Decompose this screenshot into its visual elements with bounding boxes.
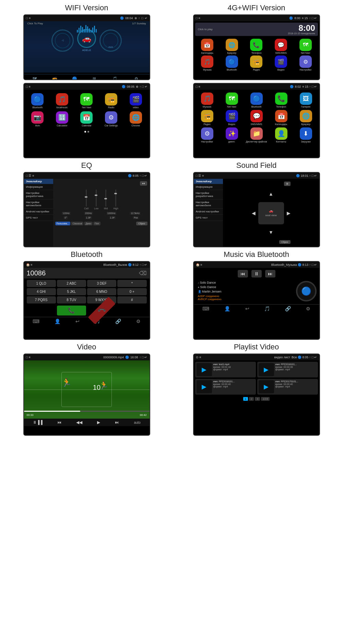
mbt-next-button[interactable]: ⏭ bbox=[265, 270, 275, 277]
bt-icon-link[interactable]: 🔗 bbox=[115, 319, 121, 324]
sf-menu-info[interactable]: Информация bbox=[194, 184, 223, 190]
app-car-settings[interactable]: ⚙ Car Settings bbox=[100, 111, 122, 127]
mbt-icon-contacts[interactable]: 👤 bbox=[224, 306, 230, 311]
mbt-icon-link[interactable]: 🔗 bbox=[285, 306, 291, 311]
sf-right-arrow[interactable]: ▶ bbox=[287, 210, 291, 216]
app-sms[interactable]: 💬 SMS/MMS bbox=[269, 39, 293, 54]
mbt-icon-settings[interactable]: ⚙ bbox=[306, 306, 310, 311]
mbt-pause-button[interactable]: ⏸ bbox=[251, 270, 262, 277]
vid-btn-prev[interactable]: ⏮ bbox=[57, 420, 61, 425]
app-calendar[interactable]: 📅 Календарь bbox=[196, 39, 219, 54]
bt-key-8[interactable]: 8 TUV bbox=[57, 296, 86, 304]
preset-pop[interactable]: Поп bbox=[93, 222, 100, 225]
nav-navi[interactable]: 🗺 Navi bbox=[32, 76, 37, 80]
bt-key-hash[interactable]: # bbox=[117, 296, 146, 304]
app-browser-4g2[interactable]: 🌐 Браузер bbox=[295, 110, 317, 125]
app-video-4g2[interactable]: 🎬 Видео bbox=[221, 110, 243, 125]
nav-bt[interactable]: 🔵 BT bbox=[72, 76, 77, 80]
pv-page-3[interactable]: 3 bbox=[255, 397, 260, 401]
eq-menu-dev[interactable]: Настройки разработчика bbox=[24, 190, 53, 199]
bt-key-0[interactable]: 0 + bbox=[117, 288, 146, 295]
mbt-prev-button[interactable]: ⏮ bbox=[238, 270, 248, 277]
bt-icon-contacts[interactable]: 👤 bbox=[55, 319, 60, 324]
bt-call-button[interactable]: 📞 bbox=[57, 306, 86, 315]
app-netnavi-4g[interactable]: 🗺 Net Navi bbox=[294, 39, 317, 54]
nav-radio[interactable]: 📻 Radio bbox=[51, 76, 58, 80]
nav-apps[interactable]: ⊞ Apps bbox=[92, 76, 97, 80]
sf-left-arrow[interactable]: ◀ bbox=[252, 210, 256, 216]
app-browser[interactable]: 🌐 Браузер bbox=[220, 39, 244, 54]
app-radio-4g2[interactable]: 📻 Радио bbox=[196, 110, 218, 125]
nav-settings[interactable]: ⚙ Settings bbox=[132, 76, 141, 80]
preset-classical[interactable]: Classical bbox=[71, 222, 83, 225]
bt-key-5[interactable]: 5 JKL bbox=[57, 288, 86, 295]
mbt-icon-keypad[interactable]: ⌨ bbox=[202, 306, 209, 311]
app-video-4g[interactable]: 🎬 Видео bbox=[269, 55, 293, 71]
nav-music[interactable]: 🎵 Music bbox=[111, 76, 118, 80]
app-music-4g[interactable]: 🎵 Музыка bbox=[196, 55, 219, 71]
bt-icon-settings[interactable]: ⚙ bbox=[136, 319, 141, 324]
app-downloads-4g[interactable]: ⬇ Загрузки bbox=[295, 127, 317, 143]
app-radio-4g[interactable]: 📻 Радио bbox=[245, 55, 268, 71]
eq-top-button[interactable]: ♦♦ bbox=[140, 181, 147, 186]
app-music-4g2[interactable]: 🎵 Музыка bbox=[196, 92, 218, 108]
app-radio[interactable]: 📻 Radio bbox=[100, 93, 122, 109]
mbt-icon-music-active[interactable]: 🎵 bbox=[264, 306, 270, 311]
eq-menu-gps[interactable]: GPS тест bbox=[24, 215, 53, 221]
app-gallery-4g[interactable]: 🖼 Галерея bbox=[295, 92, 317, 108]
preset-user[interactable]: Пользова... bbox=[55, 222, 71, 225]
app-calculator[interactable]: 🔢 Calculator bbox=[51, 111, 73, 127]
bt-icon-recent[interactable]: ↩ bbox=[75, 319, 80, 324]
mbt-icon-recent[interactable]: ↩ bbox=[245, 306, 249, 311]
pv-page-1[interactable]: 1 bbox=[243, 397, 248, 401]
pv-item-4[interactable]: ▶ имя: FPZ20170101... время: 00:00:40 фо… bbox=[257, 379, 318, 395]
sf-down-arrow[interactable]: ▼ bbox=[269, 230, 273, 235]
vid-btn-play[interactable]: ▶ bbox=[97, 420, 100, 425]
app-localmusic[interactable]: 🎵 localmusic bbox=[51, 93, 73, 109]
app-sms-4g2[interactable]: 💬 SMS/MMS bbox=[245, 110, 268, 125]
app-avin[interactable]: 📷 Avin bbox=[27, 111, 49, 127]
bt-icon-keypad[interactable]: ⌨ bbox=[33, 319, 39, 324]
bt-key-7[interactable]: 7 PQRS bbox=[27, 296, 56, 304]
bt-key-star[interactable]: * bbox=[117, 280, 146, 287]
pv-page-2[interactable]: 2 bbox=[249, 397, 254, 401]
pv-item-2[interactable]: ▶ имя: FPZ2018101... время: 00:00:39 фор… bbox=[257, 362, 318, 377]
vid-btn-next[interactable]: ⏭ bbox=[115, 420, 119, 425]
pv-item-1[interactable]: ▶ имя: test1.mp4 время: 00:01:18 формат:… bbox=[195, 362, 256, 377]
app-bt-4g[interactable]: 🔵 Bluetooth bbox=[220, 55, 244, 71]
app-settings-4g[interactable]: ⚙ Настройки bbox=[294, 55, 317, 71]
sf-menu-android[interactable]: Android настройки bbox=[194, 209, 223, 215]
app-phone-4g2[interactable]: 📞 Телефон bbox=[270, 92, 293, 108]
sf-menu-dev[interactable]: Настройки разработчика bbox=[194, 190, 223, 199]
app-settings-4g2[interactable]: ⚙ Настройки bbox=[196, 127, 218, 143]
pv-item-3[interactable]: ▶ имя: FPZ2018101... время: 00:00:40 фор… bbox=[195, 379, 256, 395]
sf-mode-button[interactable]: ⊞ bbox=[284, 182, 291, 186]
app-netnavi[interactable]: 🗺 Net Navi bbox=[76, 93, 98, 109]
vid-btn-step-back[interactable]: ◀◀ bbox=[76, 420, 82, 425]
bt-key-4[interactable]: 4 GHI bbox=[27, 288, 56, 295]
eq-menu-android[interactable]: Android настройки bbox=[24, 209, 53, 215]
app-phone[interactable]: 📞 Телефон bbox=[245, 39, 268, 54]
app-bt-4g2[interactable]: 🔵 Bluetooth bbox=[245, 92, 268, 108]
eq-menu-car[interactable]: Настройки автомобиля bbox=[24, 199, 53, 209]
app-video[interactable]: 🎬 video bbox=[125, 93, 147, 109]
app-personalize-4g[interactable]: ✨ диент. bbox=[221, 127, 243, 143]
vid-btn-play-pause[interactable]: ⏸▐▐ bbox=[33, 420, 43, 425]
sf-menu-gps[interactable]: GPS тест bbox=[194, 215, 223, 221]
sf-reset-button[interactable]: Сброс bbox=[279, 240, 290, 244]
app-calendar-wifi[interactable]: 📅 Calendar bbox=[76, 111, 98, 127]
bt-key-2[interactable]: 2 ABC bbox=[57, 280, 86, 287]
app-chrome[interactable]: 🌐 Chrome bbox=[125, 111, 147, 127]
app-netnavi-4g2[interactable]: 🗺 Net Navi bbox=[221, 92, 243, 108]
sf-up-arrow[interactable]: ▲ bbox=[269, 191, 273, 197]
sf-menu-car[interactable]: Настройки автомобиля bbox=[194, 199, 223, 209]
eq-menu-info[interactable]: Информация bbox=[24, 184, 53, 190]
app-contacts-4g[interactable]: 👤 Контакты bbox=[270, 127, 293, 143]
app-bluetooth[interactable]: 🔵 Bluetooth bbox=[27, 93, 49, 109]
bt-backspace-icon[interactable]: ⌫ bbox=[139, 270, 147, 276]
eq-reset-button[interactable]: Сброс bbox=[136, 222, 147, 225]
bt-key-1[interactable]: 1 QLO bbox=[27, 280, 56, 287]
preset-jazz[interactable]: Джаз bbox=[84, 222, 92, 225]
bt-key-6[interactable]: 6 MNO bbox=[87, 288, 116, 295]
app-files-4g[interactable]: 📁 Диспетчер файлов bbox=[245, 127, 268, 143]
